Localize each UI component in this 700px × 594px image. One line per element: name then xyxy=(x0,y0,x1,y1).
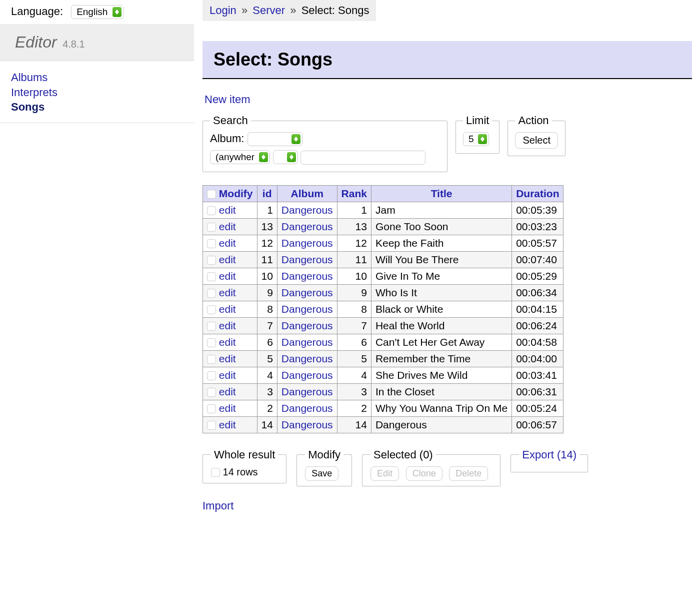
cell-rank: 14 xyxy=(337,416,371,433)
cell-id: 6 xyxy=(257,334,277,350)
modify-fieldset: Modify Save xyxy=(296,448,352,486)
row-checkbox[interactable] xyxy=(207,305,216,314)
cell-duration: 00:06:57 xyxy=(512,416,564,433)
row-checkbox[interactable] xyxy=(207,239,216,248)
cell-album-link[interactable]: Dangerous xyxy=(282,320,333,331)
language-select[interactable]: English xyxy=(71,5,124,19)
cell-album-link[interactable]: Dangerous xyxy=(282,270,333,282)
row-checkbox[interactable] xyxy=(207,371,216,380)
sidebar-item-interprets[interactable]: Interprets xyxy=(11,85,194,100)
search-column-select[interactable] xyxy=(273,150,298,164)
edit-link[interactable]: edit xyxy=(219,402,236,414)
row-checkbox[interactable] xyxy=(207,421,216,430)
cell-album-link[interactable]: Dangerous xyxy=(282,369,333,381)
whole-result-checkbox[interactable] xyxy=(211,468,220,477)
edit-link[interactable]: edit xyxy=(219,386,236,397)
new-item-link[interactable]: New item xyxy=(204,93,692,106)
action-legend: Action xyxy=(515,114,552,127)
cell-title: She Drives Me Wild xyxy=(371,367,512,383)
cell-album-link[interactable]: Dangerous xyxy=(282,386,333,397)
col-rank[interactable]: Rank xyxy=(342,188,367,199)
col-title[interactable]: Title xyxy=(431,188,452,199)
cell-id: 7 xyxy=(257,317,277,334)
cell-album-link[interactable]: Dangerous xyxy=(282,287,333,298)
cell-title: Black or White xyxy=(371,301,512,317)
row-checkbox[interactable] xyxy=(207,338,216,347)
cell-album-link[interactable]: Dangerous xyxy=(282,336,333,348)
breadcrumb-login[interactable]: Login xyxy=(210,4,236,17)
cell-rank: 8 xyxy=(337,301,371,317)
cell-album-link[interactable]: Dangerous xyxy=(282,254,333,265)
search-where-select[interactable]: (anywhere) xyxy=(210,150,270,164)
import-link[interactable]: Import xyxy=(202,499,692,512)
search-text-input[interactable] xyxy=(300,151,426,165)
cell-duration: 00:05:29 xyxy=(512,268,564,284)
sidebar-item-songs[interactable]: Songs xyxy=(11,100,194,115)
select-all-checkbox[interactable] xyxy=(207,190,216,199)
edit-link[interactable]: edit xyxy=(219,336,236,348)
row-checkbox[interactable] xyxy=(207,256,216,265)
cell-album-link[interactable]: Dangerous xyxy=(282,237,333,249)
edit-link[interactable]: edit xyxy=(219,237,236,249)
col-duration[interactable]: Duration xyxy=(516,188,559,199)
edit-link[interactable]: edit xyxy=(219,254,236,265)
table-row: edit11Dangerous11Will You Be There00:07:… xyxy=(203,251,564,268)
cell-album-link[interactable]: Dangerous xyxy=(282,204,333,216)
cell-rank: 4 xyxy=(337,367,371,383)
edit-link[interactable]: edit xyxy=(219,221,236,232)
search-album-select[interactable] xyxy=(248,132,302,146)
row-checkbox[interactable] xyxy=(207,388,216,397)
row-checkbox[interactable] xyxy=(207,355,216,364)
table-row: edit12Dangerous12Keep the Faith00:05:57 xyxy=(203,235,564,251)
cell-album-link[interactable]: Dangerous xyxy=(282,419,333,430)
export-link[interactable]: Export (14) xyxy=(522,448,576,461)
cell-id: 12 xyxy=(257,235,277,251)
save-button[interactable]: Save xyxy=(305,466,338,481)
row-checkbox[interactable] xyxy=(207,206,216,215)
cell-album-link[interactable]: Dangerous xyxy=(282,402,333,414)
cell-id: 2 xyxy=(257,400,277,416)
delete-button[interactable]: Delete xyxy=(449,466,488,481)
breadcrumb-current: Select: Songs xyxy=(302,4,370,17)
cell-id: 4 xyxy=(257,367,277,383)
edit-link[interactable]: edit xyxy=(219,303,236,315)
row-checkbox[interactable] xyxy=(207,322,216,331)
cell-album-link[interactable]: Dangerous xyxy=(282,303,333,315)
table-row: edit4Dangerous4She Drives Me Wild00:03:4… xyxy=(203,367,564,383)
row-checkbox[interactable] xyxy=(207,223,216,232)
limit-select[interactable]: 50 xyxy=(463,132,489,146)
cell-album-link[interactable]: Dangerous xyxy=(282,221,333,232)
edit-link[interactable]: edit xyxy=(219,320,236,331)
select-button[interactable]: Select xyxy=(515,132,558,149)
edit-link[interactable]: edit xyxy=(219,204,236,216)
edit-link[interactable]: edit xyxy=(219,353,236,364)
cell-id: 10 xyxy=(257,268,277,284)
table-row: edit1Dangerous1Jam00:05:39 xyxy=(203,202,564,218)
edit-button[interactable]: Edit xyxy=(370,466,399,481)
clone-button[interactable]: Clone xyxy=(406,466,442,481)
search-fieldset: Search Album: xyxy=(202,114,448,172)
edit-link[interactable]: edit xyxy=(219,270,236,282)
cell-title: Why You Wanna Trip On Me xyxy=(371,400,512,416)
col-modify[interactable]: Modify xyxy=(219,188,253,199)
edit-link[interactable]: edit xyxy=(219,287,236,298)
whole-result-legend: Whole result xyxy=(211,448,278,461)
table-row: edit13Dangerous13Gone Too Soon00:03:23 xyxy=(203,218,564,235)
row-checkbox[interactable] xyxy=(207,272,216,281)
cell-duration: 00:04:00 xyxy=(512,350,564,367)
col-id[interactable]: id xyxy=(262,188,272,199)
cell-title: Gone Too Soon xyxy=(371,218,512,235)
row-checkbox[interactable] xyxy=(207,289,216,298)
export-fieldset: Export (14) xyxy=(510,448,588,472)
breadcrumb-server[interactable]: Server xyxy=(252,4,285,17)
row-checkbox[interactable] xyxy=(207,404,216,413)
cell-id: 11 xyxy=(257,251,277,268)
edit-link[interactable]: edit xyxy=(219,419,236,430)
cell-duration: 00:07:40 xyxy=(512,251,564,268)
col-album[interactable]: Album xyxy=(291,188,324,199)
cell-album-link[interactable]: Dangerous xyxy=(282,353,333,364)
cell-title: Jam xyxy=(371,202,512,218)
edit-link[interactable]: edit xyxy=(219,369,236,381)
sidebar-item-albums[interactable]: Albums xyxy=(11,70,194,85)
editor-name: Editor xyxy=(15,33,57,51)
